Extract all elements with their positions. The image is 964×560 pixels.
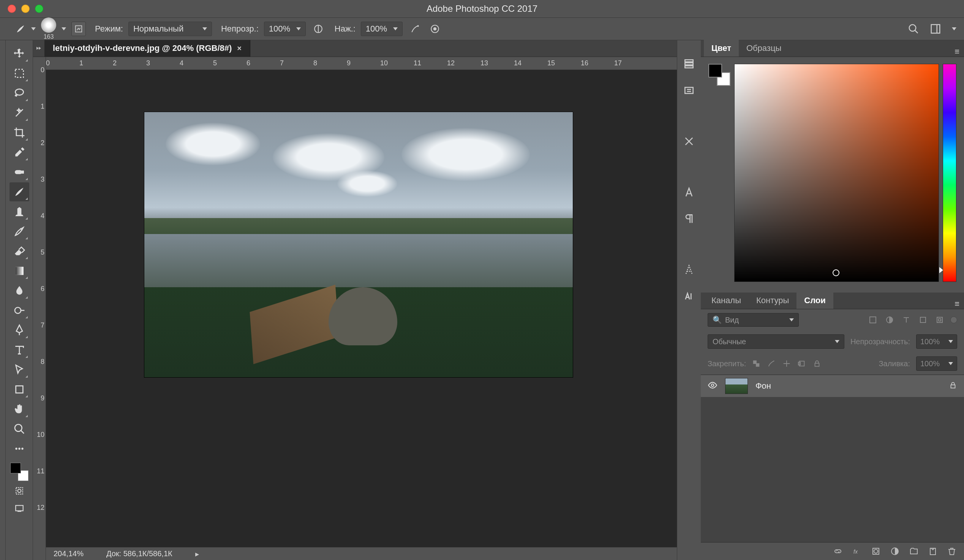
workspace-icon[interactable] (930, 23, 941, 34)
paragraph-panel-icon[interactable] (682, 212, 696, 226)
svg-point-20 (18, 448, 20, 449)
layer-lock-icon[interactable] (949, 381, 957, 391)
minimize-window-icon[interactable] (21, 5, 29, 13)
layer-name[interactable]: Фон (756, 381, 771, 391)
move-tool[interactable] (10, 44, 29, 63)
quick-mask-button[interactable] (12, 483, 27, 498)
lock-nested-icon[interactable] (798, 360, 806, 368)
layer-fill-input[interactable]: 100% (916, 357, 957, 371)
eraser-tool[interactable] (10, 242, 29, 260)
new-layer-icon[interactable] (928, 547, 937, 556)
layer-fx-icon[interactable]: fx (852, 547, 861, 556)
color-fgbg[interactable] (708, 64, 730, 86)
tab-swatches[interactable]: Образцы (739, 40, 789, 57)
layer-filter-dropdown[interactable]: 🔍Вид (708, 313, 799, 327)
eyedropper-tool[interactable] (10, 143, 29, 162)
svg-line-18 (21, 430, 24, 433)
properties-panel-icon[interactable] (682, 84, 696, 97)
blend-mode-dropdown[interactable]: Обычные (708, 334, 844, 349)
layer-opacity-input[interactable]: 100% (916, 334, 957, 349)
tab-paths[interactable]: Контуры (749, 292, 796, 309)
foreground-background-colors[interactable] (10, 463, 28, 481)
layer-thumbnail[interactable] (725, 378, 748, 394)
panel-menu-icon[interactable]: ≡ (954, 47, 959, 57)
close-window-icon[interactable] (8, 5, 16, 13)
ruler-vertical[interactable]: 0123456789101112 (33, 57, 46, 560)
flow-dropdown[interactable]: 100% (361, 22, 402, 36)
hue-slider[interactable] (943, 64, 956, 282)
airbrush-button[interactable] (408, 22, 422, 36)
lock-transparent-icon[interactable] (752, 360, 760, 368)
blend-mode-dropdown[interactable]: Нормальный (129, 22, 212, 36)
marquee-tool[interactable] (10, 64, 29, 83)
filter-shape-icon[interactable] (918, 315, 928, 324)
gradient-tool[interactable] (10, 261, 29, 280)
path-selection-tool[interactable] (10, 360, 29, 379)
brush-dropdown-icon[interactable] (62, 28, 66, 30)
layer-row[interactable]: Фон (701, 375, 964, 397)
brushes-panel-icon[interactable] (682, 135, 696, 148)
color-field[interactable] (734, 64, 939, 282)
pressure-size-button[interactable] (428, 22, 442, 36)
document-tab[interactable]: letniy-otdyih-v-derevne.jpg @ 204% (RGB/… (44, 40, 250, 57)
lock-pixels-icon[interactable] (767, 360, 776, 368)
character-panel-icon[interactable] (682, 186, 696, 199)
lock-position-icon[interactable] (782, 360, 791, 368)
adjustment-layer-icon[interactable] (890, 547, 899, 556)
filter-smart-icon[interactable] (935, 315, 944, 324)
pressure-opacity-button[interactable] (311, 22, 326, 36)
workspace-dropdown-icon[interactable] (952, 28, 956, 30)
svg-rect-43 (951, 385, 955, 388)
tool-preset-dropdown-icon[interactable] (31, 28, 36, 30)
status-arrow-icon[interactable]: ▸ (195, 549, 199, 558)
filter-type-icon[interactable] (902, 315, 911, 324)
panel-menu-icon[interactable]: ≡ (954, 299, 959, 309)
tab-color[interactable]: Цвет (704, 40, 739, 57)
clone-stamp-tool[interactable] (10, 202, 29, 221)
zoom-tool[interactable] (10, 420, 29, 438)
edit-toolbar-button[interactable] (10, 439, 29, 458)
tab-layers[interactable]: Слои (796, 292, 833, 309)
layer-group-icon[interactable] (909, 547, 918, 556)
maximize-window-icon[interactable] (35, 5, 43, 13)
collapse-tabs-icon[interactable] (33, 40, 44, 57)
link-layers-icon[interactable] (833, 547, 842, 556)
type-tool[interactable] (10, 340, 29, 360)
close-tab-icon[interactable]: × (237, 44, 241, 53)
opacity-dropdown[interactable]: 100% (264, 22, 306, 36)
hand-tool[interactable] (10, 400, 29, 419)
canvas[interactable] (46, 70, 677, 547)
search-icon[interactable] (908, 23, 919, 34)
screen-mode-button[interactable] (12, 501, 27, 516)
char-styles-panel-icon[interactable] (682, 263, 696, 277)
brush-preview[interactable]: 163 (41, 18, 56, 40)
svg-point-14 (15, 308, 21, 313)
zoom-level[interactable]: 204,14% (54, 549, 83, 558)
svg-point-5 (909, 25, 916, 31)
filter-toggle[interactable] (950, 316, 957, 323)
lock-all-icon[interactable] (813, 360, 821, 368)
history-brush-tool[interactable] (10, 222, 29, 241)
layer-visibility-icon[interactable] (708, 380, 718, 392)
blur-tool[interactable] (10, 281, 29, 300)
doc-size[interactable]: Док: 586,1К/586,1К (106, 549, 173, 558)
ruler-horizontal[interactable]: 01234567891011121314151617 (33, 57, 677, 70)
brush-tool[interactable] (10, 182, 29, 201)
crop-tool[interactable] (10, 123, 29, 142)
dodge-tool[interactable] (10, 301, 29, 320)
brush-panel-button[interactable] (72, 22, 86, 36)
history-panel-icon[interactable] (682, 57, 696, 71)
para-styles-panel-icon[interactable] (682, 290, 696, 303)
sidebar-grip[interactable] (0, 40, 6, 560)
healing-brush-tool[interactable] (10, 163, 29, 182)
tab-channels[interactable]: Каналы (704, 292, 749, 309)
current-tool-icon[interactable] (15, 24, 26, 34)
filter-pixel-icon[interactable] (868, 315, 878, 324)
lasso-tool[interactable] (10, 84, 29, 103)
delete-layer-icon[interactable] (947, 547, 956, 556)
layer-mask-icon[interactable] (871, 547, 881, 556)
filter-adjust-icon[interactable] (885, 315, 894, 324)
shape-tool[interactable] (10, 380, 29, 399)
pen-tool[interactable] (10, 321, 29, 340)
magic-wand-tool[interactable] (10, 103, 29, 122)
